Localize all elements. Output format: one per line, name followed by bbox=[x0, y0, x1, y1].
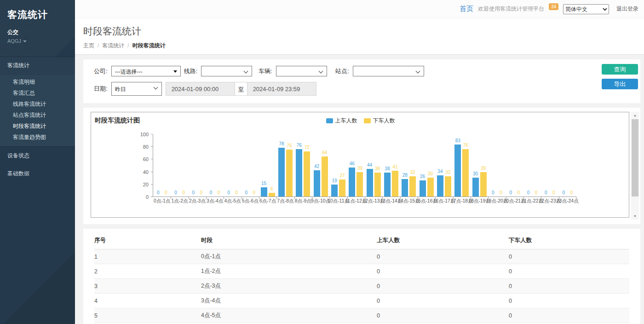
bar[interactable]: 46 bbox=[349, 168, 355, 197]
bar[interactable]: 30 bbox=[472, 178, 479, 197]
breadcrumb-item[interactable]: 客流统计 bbox=[102, 42, 124, 49]
bar-value-label: 0 bbox=[210, 190, 213, 195]
bar-value-label: 34 bbox=[437, 169, 443, 174]
y-tick-label: 80 bbox=[143, 144, 149, 150]
bar[interactable]: 32 bbox=[409, 176, 416, 197]
bar[interactable]: 27 bbox=[339, 179, 345, 197]
org-code-dropdown[interactable]: AQGJ bbox=[7, 38, 68, 44]
company-label: 公司: bbox=[94, 67, 108, 75]
bar-value-label: 32 bbox=[410, 170, 415, 175]
sidebar-item[interactable]: 客流汇总 bbox=[0, 87, 75, 98]
table-cell: 2点-3点 bbox=[201, 279, 377, 294]
bar[interactable]: 32 bbox=[445, 176, 451, 197]
table-row: 54点-5点00 bbox=[94, 308, 629, 323]
date-end-input[interactable]: 2024-01-09 23:59 bbox=[247, 82, 316, 96]
bar[interactable]: 44 bbox=[367, 169, 373, 197]
chart-category: 000点-1点 bbox=[153, 134, 171, 197]
language-select[interactable]: 简体中文 bbox=[563, 4, 609, 14]
bar[interactable]: 26 bbox=[420, 180, 426, 197]
chart-header: 时段车流统计图 上车人数下车人数 bbox=[95, 116, 626, 127]
content: 公司: ---请选择--- 线路: 车辆: 站点: 日期: bbox=[75, 55, 644, 324]
line-select[interactable] bbox=[201, 66, 252, 76]
bar-value-label: 0 bbox=[545, 190, 547, 195]
bar[interactable]: 64 bbox=[322, 156, 328, 197]
bar[interactable]: 39 bbox=[480, 172, 487, 197]
export-button[interactable]: 导出 bbox=[602, 79, 638, 89]
bar-value-label: 0 bbox=[227, 190, 230, 195]
bar[interactable]: 34 bbox=[437, 175, 443, 197]
sidebar-item[interactable]: 时段客流统计 bbox=[0, 121, 75, 132]
bar[interactable]: 72 bbox=[304, 151, 310, 197]
date-label: 日期: bbox=[94, 85, 108, 93]
bar[interactable]: 38 bbox=[384, 173, 391, 197]
caret-down-icon bbox=[23, 40, 27, 42]
chart-category: 263015点-16点 bbox=[418, 134, 435, 197]
chart-box: 时段车流统计图 上车人数下车人数 020406080100 000点-1点001… bbox=[91, 112, 629, 218]
y-tick-label: 40 bbox=[143, 169, 149, 175]
bar[interactable]: 19 bbox=[331, 185, 338, 197]
table-cell: 4 bbox=[94, 294, 201, 308]
sidebar-group-label[interactable]: 客流统计 bbox=[0, 57, 75, 75]
bar-value-label: 64 bbox=[322, 150, 327, 155]
table-cell: 3点-4点 bbox=[201, 294, 377, 308]
chart-scrollbar[interactable]: ▲ ▼ bbox=[631, 112, 639, 220]
legend-item[interactable]: 下车人数 bbox=[364, 117, 395, 125]
logout-link[interactable]: 退出登录 bbox=[616, 5, 638, 13]
sidebar-item[interactable]: 客流明细 bbox=[0, 76, 75, 87]
vehicle-select[interactable] bbox=[276, 66, 327, 76]
bar[interactable]: 42 bbox=[314, 170, 320, 197]
sidebar-item-top[interactable]: 设备状态 bbox=[0, 147, 75, 165]
bar-value-label: 32 bbox=[445, 170, 450, 175]
bar[interactable]: 41 bbox=[392, 171, 398, 197]
bar[interactable]: 28 bbox=[402, 179, 408, 197]
legend-item[interactable]: 上车人数 bbox=[326, 117, 357, 125]
bar-value-label: 42 bbox=[314, 164, 319, 169]
sidebar-item[interactable]: 站点客流统计 bbox=[0, 110, 75, 121]
sidebar-item-top[interactable]: 基础数据 bbox=[0, 165, 75, 183]
search-button[interactable]: 查询 bbox=[602, 64, 638, 75]
sidebar-item[interactable]: 线路客流统计 bbox=[0, 98, 75, 110]
company-select[interactable]: ---请选择--- bbox=[111, 66, 181, 76]
chart-panel: 时段车流统计图 上车人数下车人数 020406080100 000点-1点001… bbox=[83, 108, 640, 224]
bar[interactable]: 76 bbox=[462, 149, 469, 197]
bar-value-label: 78 bbox=[279, 141, 284, 146]
table-cell: 0 bbox=[377, 308, 509, 323]
station-label: 站点: bbox=[335, 67, 349, 75]
notification-badge[interactable]: 34 bbox=[549, 3, 558, 10]
bar-value-label: 38 bbox=[375, 166, 380, 171]
date-start-input[interactable]: 2024-01-09 00:00 bbox=[166, 82, 235, 96]
station-select[interactable] bbox=[353, 66, 424, 76]
plot-area: 000点-1点001点-2点002点-3点003点-4点004点-5点005点-… bbox=[153, 134, 576, 197]
bar[interactable]: 15 bbox=[261, 187, 267, 197]
x-tick-label: 23点-24点 bbox=[557, 198, 579, 204]
bar-value-label: 0 bbox=[218, 190, 220, 195]
scrollbar-thumb[interactable] bbox=[632, 119, 638, 197]
header-serial: 序号 bbox=[94, 231, 201, 249]
scroll-down-icon[interactable]: ▼ bbox=[631, 213, 639, 220]
bar[interactable]: 83 bbox=[454, 145, 461, 197]
bar[interactable]: 6 bbox=[269, 193, 275, 197]
vehicle-label: 车辆: bbox=[259, 67, 272, 75]
bar-value-label: 0 bbox=[570, 190, 573, 195]
table-cell: 0 bbox=[509, 249, 629, 264]
breadcrumb-separator: / bbox=[98, 42, 99, 49]
header-boarding: 上车人数 bbox=[377, 231, 509, 249]
bar[interactable]: 30 bbox=[427, 178, 434, 197]
topbar-home-link[interactable]: 首页 bbox=[460, 5, 473, 13]
sidebar-item[interactable]: 客流量趋势图 bbox=[0, 132, 75, 143]
date-preset-value: 昨日 bbox=[115, 86, 126, 93]
table-cell: 0点-1点 bbox=[201, 249, 377, 264]
bar[interactable]: 78 bbox=[278, 148, 285, 197]
bar-value-label: 76 bbox=[297, 143, 302, 148]
table-cell: 0 bbox=[509, 308, 629, 323]
date-preset-select[interactable]: 昨日 bbox=[111, 82, 162, 96]
bar[interactable]: 75 bbox=[286, 150, 293, 197]
chart-category: 0022点-23点 bbox=[541, 134, 558, 197]
chart-category: 005点-6点 bbox=[242, 134, 259, 197]
bar[interactable]: 39 bbox=[356, 172, 363, 197]
breadcrumb-item[interactable]: 主页 bbox=[83, 42, 94, 49]
bar[interactable]: 38 bbox=[374, 173, 381, 197]
bar-value-label: 72 bbox=[305, 145, 310, 150]
bar[interactable]: 76 bbox=[296, 149, 302, 197]
scroll-up-icon[interactable]: ▲ bbox=[631, 112, 639, 119]
